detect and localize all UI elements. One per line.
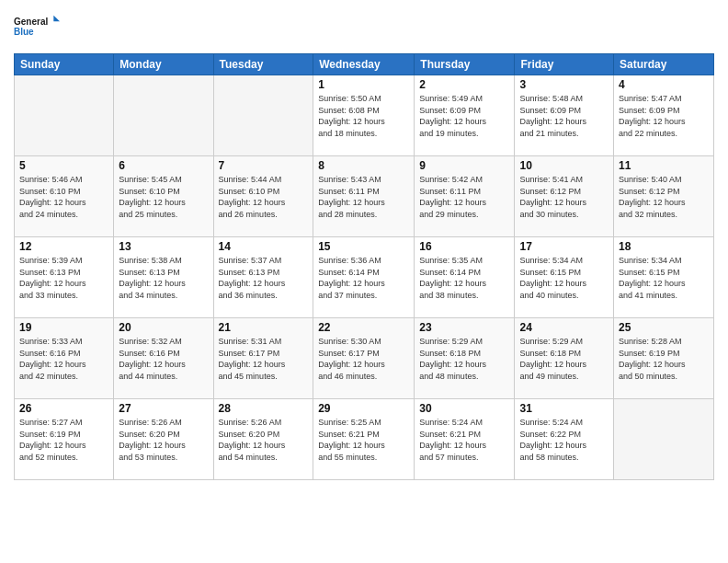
calendar-cell: 14Sunrise: 5:37 AM Sunset: 6:13 PM Dayli… xyxy=(213,237,313,318)
day-number: 9 xyxy=(419,159,509,172)
page: General Blue SundayMondayTuesdayWednesda… xyxy=(0,0,728,563)
day-info: Sunrise: 5:34 AM Sunset: 6:15 PM Dayligh… xyxy=(519,255,609,301)
calendar-cell: 11Sunrise: 5:40 AM Sunset: 6:12 PM Dayli… xyxy=(614,156,714,237)
day-number: 21 xyxy=(219,321,309,334)
day-info: Sunrise: 5:37 AM Sunset: 6:13 PM Dayligh… xyxy=(219,255,309,301)
day-info: Sunrise: 5:41 AM Sunset: 6:12 PM Dayligh… xyxy=(519,174,609,220)
calendar-cell: 3Sunrise: 5:48 AM Sunset: 6:09 PM Daylig… xyxy=(515,75,614,156)
calendar-cell xyxy=(614,399,714,480)
day-number: 25 xyxy=(619,321,709,334)
day-info: Sunrise: 5:26 AM Sunset: 6:20 PM Dayligh… xyxy=(219,417,309,463)
day-number: 5 xyxy=(19,159,108,172)
day-number: 3 xyxy=(519,78,609,91)
day-info: Sunrise: 5:32 AM Sunset: 6:16 PM Dayligh… xyxy=(119,336,208,382)
calendar-cell: 22Sunrise: 5:30 AM Sunset: 6:17 PM Dayli… xyxy=(313,318,415,399)
weekday-header-wednesday: Wednesday xyxy=(313,54,415,75)
day-number: 11 xyxy=(619,159,709,172)
day-number: 26 xyxy=(19,402,108,415)
day-info: Sunrise: 5:34 AM Sunset: 6:15 PM Dayligh… xyxy=(619,255,709,301)
day-info: Sunrise: 5:35 AM Sunset: 6:14 PM Dayligh… xyxy=(419,255,509,301)
day-number: 19 xyxy=(19,321,108,334)
day-number: 23 xyxy=(419,321,509,334)
day-number: 20 xyxy=(119,321,208,334)
weekday-header-saturday: Saturday xyxy=(614,54,714,75)
day-number: 31 xyxy=(519,402,609,415)
calendar-cell: 8Sunrise: 5:43 AM Sunset: 6:11 PM Daylig… xyxy=(313,156,415,237)
day-number: 2 xyxy=(419,78,509,91)
calendar-cell: 1Sunrise: 5:50 AM Sunset: 6:08 PM Daylig… xyxy=(313,75,415,156)
calendar-cell: 30Sunrise: 5:24 AM Sunset: 6:21 PM Dayli… xyxy=(415,399,515,480)
calendar-cell: 13Sunrise: 5:38 AM Sunset: 6:13 PM Dayli… xyxy=(114,237,213,318)
week-row-1: 1Sunrise: 5:50 AM Sunset: 6:08 PM Daylig… xyxy=(15,75,714,156)
day-info: Sunrise: 5:38 AM Sunset: 6:13 PM Dayligh… xyxy=(119,255,208,301)
calendar: SundayMondayTuesdayWednesdayThursdayFrid… xyxy=(14,53,714,480)
day-number: 29 xyxy=(318,402,409,415)
calendar-cell: 9Sunrise: 5:42 AM Sunset: 6:11 PM Daylig… xyxy=(415,156,515,237)
week-row-3: 12Sunrise: 5:39 AM Sunset: 6:13 PM Dayli… xyxy=(15,237,714,318)
calendar-cell: 20Sunrise: 5:32 AM Sunset: 6:16 PM Dayli… xyxy=(114,318,213,399)
day-info: Sunrise: 5:49 AM Sunset: 6:09 PM Dayligh… xyxy=(419,93,509,139)
calendar-cell: 27Sunrise: 5:26 AM Sunset: 6:20 PM Dayli… xyxy=(114,399,213,480)
weekday-header-monday: Monday xyxy=(114,54,213,75)
day-info: Sunrise: 5:48 AM Sunset: 6:09 PM Dayligh… xyxy=(519,93,609,139)
weekday-header-row: SundayMondayTuesdayWednesdayThursdayFrid… xyxy=(15,54,714,75)
day-info: Sunrise: 5:44 AM Sunset: 6:10 PM Dayligh… xyxy=(219,174,309,220)
logo-svg: General Blue xyxy=(14,9,60,46)
day-info: Sunrise: 5:25 AM Sunset: 6:21 PM Dayligh… xyxy=(318,417,409,463)
weekday-header-friday: Friday xyxy=(515,54,614,75)
calendar-cell: 18Sunrise: 5:34 AM Sunset: 6:15 PM Dayli… xyxy=(614,237,714,318)
day-info: Sunrise: 5:27 AM Sunset: 6:19 PM Dayligh… xyxy=(19,417,108,463)
day-info: Sunrise: 5:36 AM Sunset: 6:14 PM Dayligh… xyxy=(318,255,409,301)
calendar-cell: 15Sunrise: 5:36 AM Sunset: 6:14 PM Dayli… xyxy=(313,237,415,318)
calendar-cell xyxy=(213,75,313,156)
calendar-cell: 4Sunrise: 5:47 AM Sunset: 6:09 PM Daylig… xyxy=(614,75,714,156)
calendar-cell: 2Sunrise: 5:49 AM Sunset: 6:09 PM Daylig… xyxy=(415,75,515,156)
day-number: 28 xyxy=(219,402,309,415)
weekday-header-tuesday: Tuesday xyxy=(213,54,313,75)
calendar-cell: 24Sunrise: 5:29 AM Sunset: 6:18 PM Dayli… xyxy=(515,318,614,399)
calendar-cell xyxy=(114,75,213,156)
day-number: 27 xyxy=(119,402,208,415)
calendar-cell: 12Sunrise: 5:39 AM Sunset: 6:13 PM Dayli… xyxy=(15,237,114,318)
calendar-cell: 21Sunrise: 5:31 AM Sunset: 6:17 PM Dayli… xyxy=(213,318,313,399)
week-row-5: 26Sunrise: 5:27 AM Sunset: 6:19 PM Dayli… xyxy=(15,399,714,480)
day-info: Sunrise: 5:24 AM Sunset: 6:22 PM Dayligh… xyxy=(519,417,609,463)
day-info: Sunrise: 5:43 AM Sunset: 6:11 PM Dayligh… xyxy=(318,174,409,220)
logo: General Blue xyxy=(14,9,60,46)
calendar-cell: 5Sunrise: 5:46 AM Sunset: 6:10 PM Daylig… xyxy=(15,156,114,237)
day-number: 15 xyxy=(318,240,409,253)
day-number: 8 xyxy=(318,159,409,172)
day-info: Sunrise: 5:50 AM Sunset: 6:08 PM Dayligh… xyxy=(318,93,409,139)
day-info: Sunrise: 5:45 AM Sunset: 6:10 PM Dayligh… xyxy=(119,174,208,220)
day-info: Sunrise: 5:42 AM Sunset: 6:11 PM Dayligh… xyxy=(419,174,509,220)
day-number: 22 xyxy=(318,321,409,334)
day-number: 24 xyxy=(519,321,609,334)
week-row-2: 5Sunrise: 5:46 AM Sunset: 6:10 PM Daylig… xyxy=(15,156,714,237)
day-number: 14 xyxy=(219,240,309,253)
day-info: Sunrise: 5:47 AM Sunset: 6:09 PM Dayligh… xyxy=(619,93,709,139)
day-info: Sunrise: 5:29 AM Sunset: 6:18 PM Dayligh… xyxy=(419,336,509,382)
calendar-cell: 16Sunrise: 5:35 AM Sunset: 6:14 PM Dayli… xyxy=(415,237,515,318)
day-info: Sunrise: 5:33 AM Sunset: 6:16 PM Dayligh… xyxy=(19,336,108,382)
day-number: 1 xyxy=(318,78,409,91)
day-info: Sunrise: 5:24 AM Sunset: 6:21 PM Dayligh… xyxy=(419,417,509,463)
day-info: Sunrise: 5:26 AM Sunset: 6:20 PM Dayligh… xyxy=(119,417,208,463)
calendar-cell: 28Sunrise: 5:26 AM Sunset: 6:20 PM Dayli… xyxy=(213,399,313,480)
day-number: 16 xyxy=(419,240,509,253)
calendar-cell: 23Sunrise: 5:29 AM Sunset: 6:18 PM Dayli… xyxy=(415,318,515,399)
calendar-cell: 7Sunrise: 5:44 AM Sunset: 6:10 PM Daylig… xyxy=(213,156,313,237)
weekday-header-thursday: Thursday xyxy=(415,54,515,75)
day-number: 13 xyxy=(119,240,208,253)
day-info: Sunrise: 5:30 AM Sunset: 6:17 PM Dayligh… xyxy=(318,336,409,382)
calendar-cell: 25Sunrise: 5:28 AM Sunset: 6:19 PM Dayli… xyxy=(614,318,714,399)
day-number: 4 xyxy=(619,78,709,91)
day-info: Sunrise: 5:31 AM Sunset: 6:17 PM Dayligh… xyxy=(219,336,309,382)
svg-text:Blue: Blue xyxy=(14,27,34,37)
week-row-4: 19Sunrise: 5:33 AM Sunset: 6:16 PM Dayli… xyxy=(15,318,714,399)
day-info: Sunrise: 5:28 AM Sunset: 6:19 PM Dayligh… xyxy=(619,336,709,382)
calendar-cell xyxy=(15,75,114,156)
calendar-cell: 6Sunrise: 5:45 AM Sunset: 6:10 PM Daylig… xyxy=(114,156,213,237)
calendar-cell: 19Sunrise: 5:33 AM Sunset: 6:16 PM Dayli… xyxy=(15,318,114,399)
day-number: 18 xyxy=(619,240,709,253)
day-number: 12 xyxy=(19,240,108,253)
